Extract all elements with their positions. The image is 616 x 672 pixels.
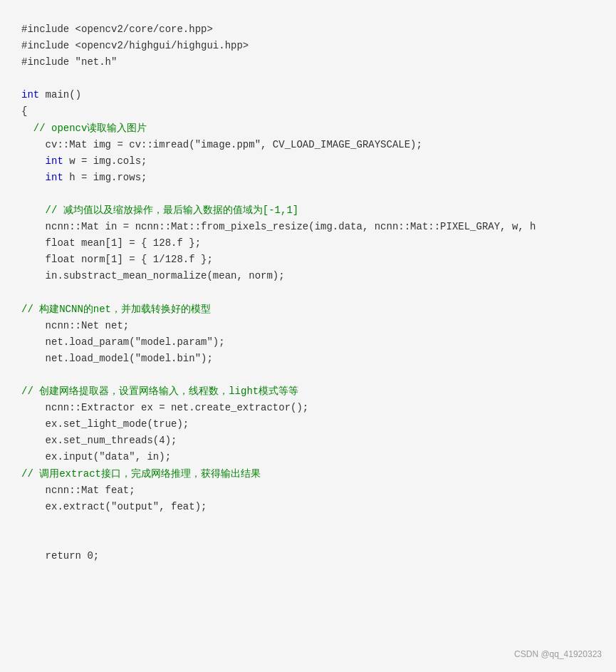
- code-line: ncnn::Mat feat;: [14, 482, 602, 499]
- code-block: #include <opencv2/core/core.hpp> #includ…: [14, 14, 602, 572]
- code-text: ex.set_num_threads(4);: [21, 435, 177, 446]
- code-text: cv::Mat img = cv::imread("image.ppm", CV…: [21, 139, 422, 150]
- code-text: ex.set_light_mode(true);: [21, 418, 189, 430]
- code-line: ncnn::Net net;: [14, 318, 602, 334]
- comment-text: // opencv读取输入图片: [21, 123, 147, 134]
- code-line: in.substract_mean_normalize(mean, norm);: [14, 268, 602, 284]
- comment-text: // 构建NCNN的net，并加载转换好的模型: [21, 304, 211, 315]
- watermark: CSDN @qq_41920323: [514, 648, 602, 661]
- code-text: ex.extract("output", feat);: [21, 501, 207, 512]
- empty-line: [14, 532, 602, 548]
- code-text: #include <opencv2/highgui/highgui.hpp>: [21, 40, 249, 51]
- code-line: ncnn::Extractor ex = net.create_extracto…: [14, 400, 602, 416]
- code-line: net.load_model("model.bin");: [14, 351, 602, 367]
- code-line: int h = img.rows;: [14, 170, 602, 186]
- code-line: return 0;: [14, 548, 602, 564]
- code-line: // opencv读取输入图片: [14, 120, 602, 137]
- code-line: int w = img.cols;: [14, 153, 602, 170]
- code-text: int w = img.cols;: [21, 155, 147, 167]
- code-text: main(): [39, 89, 81, 100]
- code-line: ncnn::Mat in = ncnn::Mat::from_pixels_re…: [14, 219, 602, 235]
- code-line: ex.extract("output", feat);: [14, 499, 602, 515]
- code-text: return 0;: [21, 550, 99, 562]
- code-text: float mean[1] = { 128.f };: [21, 237, 201, 249]
- code-text: in.substract_mean_normalize(mean, norm);: [21, 270, 285, 281]
- code-text: net.load_model("model.bin");: [21, 353, 213, 364]
- code-line: // 调用extract接口，完成网络推理，获得输出结果: [14, 466, 602, 482]
- code-text: ex.input("data", in);: [21, 451, 171, 462]
- code-line: // 创建网络提取器，设置网络输入，线程数，light模式等等: [14, 383, 602, 400]
- code-text: int h = img.rows;: [21, 172, 147, 183]
- code-line: ex.set_num_threads(4);: [14, 433, 602, 449]
- code-text: net.load_param("model.param");: [21, 336, 225, 348]
- empty-line: [14, 71, 602, 87]
- keyword: int: [21, 89, 39, 100]
- code-line: float norm[1] = { 1/128.f };: [14, 252, 602, 268]
- comment-text: // 创建网络提取器，设置网络输入，线程数，light模式等等: [21, 386, 298, 397]
- code-line: net.load_param("model.param");: [14, 334, 602, 351]
- empty-line: [14, 515, 602, 532]
- code-line: #include "net.h": [14, 54, 602, 71]
- code-line: // 构建NCNN的net，并加载转换好的模型: [14, 301, 602, 318]
- code-text: #include "net.h": [21, 56, 117, 68]
- code-line: cv::Mat img = cv::imread("image.ppm", CV…: [14, 137, 602, 153]
- code-text: ncnn::Extractor ex = net.create_extracto…: [21, 402, 308, 413]
- code-text: ncnn::Mat feat;: [21, 485, 135, 496]
- empty-line: [14, 367, 602, 383]
- empty-line: [14, 186, 602, 202]
- code-line: #include <opencv2/core/core.hpp>: [14, 21, 602, 38]
- code-text: float norm[1] = { 1/128.f };: [21, 254, 213, 265]
- code-line: // 减均值以及缩放操作，最后输入数据的值域为[-1,1]: [14, 202, 602, 219]
- empty-line: [14, 285, 602, 301]
- comment-text: // 减均值以及缩放操作，最后输入数据的值域为[-1,1]: [21, 205, 298, 216]
- code-text: {: [21, 105, 27, 117]
- code-line: ex.input("data", in);: [14, 449, 602, 465]
- code-text: ncnn::Mat in = ncnn::Mat::from_pixels_re…: [21, 221, 536, 232]
- code-text: ncnn::Net net;: [21, 320, 129, 331]
- code-text: #include <opencv2/core/core.hpp>: [21, 24, 213, 35]
- code-line: float mean[1] = { 128.f };: [14, 235, 602, 252]
- comment-text: // 调用extract接口，完成网络推理，获得输出结果: [21, 468, 261, 480]
- code-line: int main(): [14, 87, 602, 103]
- code-line: #include <opencv2/highgui/highgui.hpp>: [14, 38, 602, 54]
- code-line: {: [14, 103, 602, 120]
- code-line: ex.set_light_mode(true);: [14, 416, 602, 433]
